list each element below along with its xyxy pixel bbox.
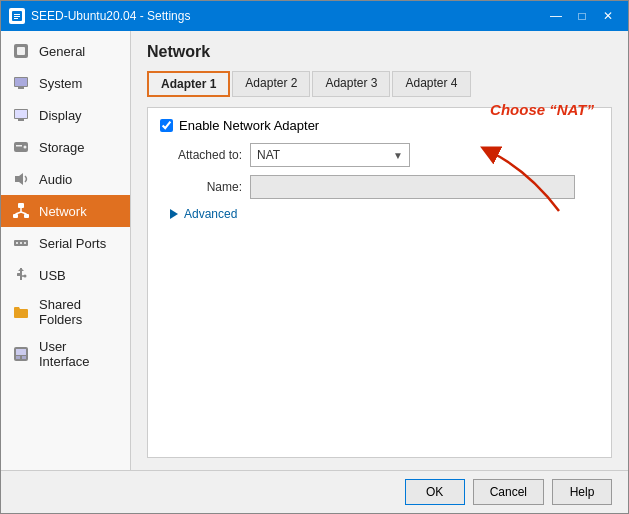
close-button[interactable]: ✕ [596,6,620,26]
audio-icon [11,169,31,189]
sidebar-label-ui: User Interface [39,339,120,369]
sidebar-item-usb[interactable]: USB [1,259,130,291]
enable-adapter-label: Enable Network Adapter [179,118,319,133]
svg-point-25 [24,242,26,244]
maximize-button[interactable]: □ [570,6,594,26]
svg-rect-7 [15,78,27,86]
sidebar-label-audio: Audio [39,172,72,187]
name-label: Name: [160,180,250,194]
tab-adapter1[interactable]: Adapter 1 [147,71,230,97]
window-content: General System [1,31,628,470]
sidebar-label-network: Network [39,204,87,219]
sidebar-item-system[interactable]: System [1,67,130,99]
svg-point-13 [24,146,27,149]
sidebar-item-user-interface[interactable]: User Interface [1,333,130,375]
svg-line-21 [21,212,27,214]
ui-icon [11,344,31,364]
svg-marker-27 [18,268,24,271]
svg-point-23 [16,242,18,244]
tab-adapter3[interactable]: Adapter 3 [312,71,390,97]
svg-rect-28 [17,273,21,276]
svg-rect-3 [14,18,18,19]
chevron-down-icon: ▼ [393,150,403,161]
svg-rect-10 [15,110,27,118]
tab-adapter2[interactable]: Adapter 2 [232,71,310,97]
settings-window: SEED-Ubuntu20.04 - Settings — □ ✕ Genera… [0,0,629,514]
system-icon [11,73,31,93]
window-icon [9,8,25,24]
name-row: Name: [160,175,599,199]
minimize-button[interactable]: — [544,6,568,26]
folder-icon [11,302,31,322]
svg-rect-8 [18,87,24,89]
network-icon [11,201,31,221]
svg-rect-2 [14,16,20,17]
sidebar-item-serial-ports[interactable]: Serial Ports [1,227,130,259]
footer: OK Cancel Help [1,470,628,513]
attached-to-control: NAT ▼ [250,143,599,167]
enable-adapter-row: Enable Network Adapter [160,118,599,133]
sidebar-label-system: System [39,76,82,91]
sidebar-item-shared-folders[interactable]: Shared Folders [1,291,130,333]
advanced-row[interactable]: Advanced [170,207,599,221]
sidebar-item-network[interactable]: Network [1,195,130,227]
svg-point-24 [20,242,22,244]
title-bar: SEED-Ubuntu20.04 - Settings — □ ✕ [1,1,628,31]
sidebar-item-display[interactable]: Display [1,99,130,131]
main-panel: Network Adapter 1 Adapter 2 Adapter 3 Ad… [131,31,628,470]
sidebar-item-storage[interactable]: Storage [1,131,130,163]
svg-rect-33 [16,356,20,359]
ok-button[interactable]: OK [405,479,465,505]
window-controls: — □ ✕ [544,6,620,26]
attached-to-label: Attached to: [160,148,250,162]
adapter-settings-box: Enable Network Adapter Attached to: NAT … [147,107,612,458]
storage-icon [11,137,31,157]
sidebar: General System [1,31,131,470]
svg-rect-1 [14,14,20,15]
advanced-label: Advanced [184,207,237,221]
sidebar-item-general[interactable]: General [1,35,130,67]
sidebar-label-general: General [39,44,85,59]
svg-rect-5 [17,47,25,55]
svg-rect-14 [16,145,22,147]
svg-rect-32 [16,349,26,355]
svg-point-30 [24,275,27,278]
sidebar-label-shared-folders: Shared Folders [39,297,120,327]
name-control [250,175,599,199]
svg-line-20 [16,212,22,214]
tab-adapter4[interactable]: Adapter 4 [392,71,470,97]
svg-marker-15 [15,173,23,185]
svg-rect-34 [22,356,26,359]
usb-icon [11,265,31,285]
display-icon [11,105,31,125]
svg-rect-17 [13,214,18,218]
attached-to-value: NAT [257,148,280,162]
sidebar-label-usb: USB [39,268,66,283]
choose-nat-annotation: Choose “NAT” [490,101,594,118]
svg-rect-16 [18,203,24,208]
sidebar-label-display: Display [39,108,82,123]
gear-icon [11,41,31,61]
triangle-icon [170,209,178,219]
attached-to-row: Attached to: NAT ▼ [160,143,599,167]
adapter-tabs: Adapter 1 Adapter 2 Adapter 3 Adapter 4 [147,71,612,97]
cancel-button[interactable]: Cancel [473,479,544,505]
attached-to-select[interactable]: NAT ▼ [250,143,410,167]
svg-rect-11 [18,119,24,121]
sidebar-label-storage: Storage [39,140,85,155]
help-button[interactable]: Help [552,479,612,505]
serial-icon [11,233,31,253]
enable-adapter-checkbox[interactable] [160,119,173,132]
window-title: SEED-Ubuntu20.04 - Settings [31,9,544,23]
sidebar-item-audio[interactable]: Audio [1,163,130,195]
name-input[interactable] [250,175,575,199]
sidebar-label-serial: Serial Ports [39,236,106,251]
svg-rect-18 [24,214,29,218]
panel-title: Network [147,43,612,61]
